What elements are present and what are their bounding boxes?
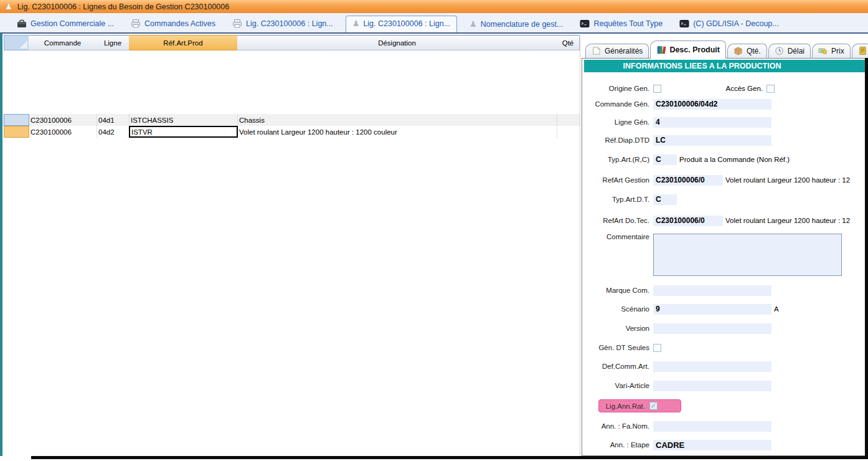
printer-icon [232,19,242,29]
tab-prix[interactable]: Prix [812,44,851,58]
tab-label: Délai [788,47,804,55]
money-icon [818,46,828,56]
tab-label: Gestion Commerciale ... [31,19,114,28]
certificate-icon [858,46,868,56]
origine-gen-checkbox[interactable] [653,85,661,93]
lig-ann-rat-highlight: Lig.Ann.Rat. [598,399,681,412]
tab-requetes-tout-type[interactable]: Requêtes Tout Type [575,16,667,32]
window-title: Lig. C230100006 : Lignes du Besoin de Ge… [17,2,230,11]
column-header-commande[interactable]: Commande [29,35,97,50]
tab-gdl-isia-decoup[interactable]: (C) GDL/ISIA - Decoup... [675,16,783,32]
def-comm-art-field[interactable] [653,361,771,372]
refart-dotec-field[interactable]: C230100006/0 [653,216,723,226]
window-border-bottom [31,456,868,459]
field-label: Marque Com. [582,287,649,294]
tab-delai[interactable]: Délai [768,44,811,58]
panel-divider [580,36,580,456]
tab-desc-produit[interactable]: Desc. Produit [650,40,726,59]
marque-com-field[interactable] [653,285,771,296]
column-header-ref-art-prod[interactable]: Réf.Art.Prod [129,35,238,50]
console-icon [679,19,689,29]
row-selector[interactable] [4,114,29,126]
tab-label: Desc. Produit [669,45,720,54]
field-label: Vari-Article [582,382,649,389]
field-label: Def.Comm.Art. [582,363,649,370]
field-label: RefArt Do.Tec. [582,217,649,224]
cell-commande[interactable]: C230100006 [29,114,97,126]
tab-partial[interactable] [852,44,868,58]
tab-label: Nomenclature de gest... [481,20,564,29]
cell-ref-art-focused[interactable]: ISTVR [129,126,238,138]
commande-gen-field[interactable]: C230100006/04d2 [653,99,771,110]
field-label: Origine Gen. [582,85,649,92]
column-header-designation[interactable]: Désignation [237,35,557,50]
refart-dotec-description: Volet roulant Largeur 1200 hauteur : 12 [725,217,850,224]
application-window: { "window": { "title": "Lig. C230100006 … [0,0,868,461]
ligne-gen-field[interactable]: 4 [653,117,771,128]
books-icon [656,45,666,55]
pawn-icon: ♟ [352,19,360,28]
tab-gestion-commerciale[interactable]: Gestion Commerciale ... [12,16,118,32]
tab-label: Lig. C230100006 : Lign... [363,19,450,28]
printer-icon [131,19,141,29]
gen-dt-seules-checkbox[interactable] [653,344,661,352]
version-field[interactable] [653,323,771,334]
field-label: Ligne Gén. [582,118,649,126]
pawn-icon: ♟ [469,19,477,29]
row-selector-header[interactable] [4,35,29,50]
field-label: RefArt Gestion [582,176,649,184]
tab-label: Requêtes Tout Type [593,19,663,28]
cell-ligne[interactable]: 04d2 [97,126,130,138]
cell-designation[interactable]: Volet roulant Largeur 1200 hauteur : 120… [237,126,557,138]
vari-article-field[interactable] [653,381,771,391]
detail-panel: Généralités Desc. Produit Qté. Délai Pri… [582,36,868,456]
field-label: Commentaire [582,233,649,240]
cell-designation[interactable]: Chassis [237,114,557,126]
scenario-field[interactable]: 9 [653,304,771,315]
tab-nomenclature[interactable]: ♟ Nomenclature de gest... [465,17,567,32]
detail-tab-bar: Généralités Desc. Produit Qté. Délai Pri… [585,39,868,58]
commentaire-textarea[interactable] [653,234,842,276]
field-label: Gén. DT Seules [582,344,649,351]
ann-etape-field[interactable]: CADRE [653,440,771,450]
refart-gestion-description: Volet roulant Largeur 1200 hauteur : 12 [725,176,850,184]
field-label: Typ.Art.D.T. [582,196,649,203]
field-label: Version [582,325,649,332]
column-header-ligne[interactable]: Ligne [97,35,130,50]
tab-lig-c230100006-2-active[interactable]: ♟ Lig. C230100006 : Lign... [346,16,457,32]
ref-diap-dtd-field[interactable]: LC [653,135,771,146]
ann-fa-nom-field[interactable] [653,421,771,432]
tab-label: Prix [831,47,844,55]
tab-label: (C) GDL/ISIA - Decoup... [693,19,779,28]
field-label: Ann. : Fa.Nom. [582,422,649,430]
field-label: Scénario [582,305,649,313]
tab-qte[interactable]: Qté. [727,44,767,58]
acces-gen-checkbox[interactable] [767,85,775,93]
field-label: Lig.Ann.Rat. [599,402,645,410]
refart-gestion-field[interactable]: C230100006/0 [653,175,723,186]
typ-art-rc-field[interactable]: C [653,154,677,165]
tab-label: Qté. [747,47,761,55]
desc-produit-panel: INFORMATIONS LIEES A LA PRODUCTION Origi… [582,58,868,456]
lig-ann-rat-checkbox[interactable] [649,402,658,410]
cell-commande[interactable]: C230100006 [29,126,97,138]
field-label: Accès Gen. [713,85,763,92]
tab-label: Généralités [605,47,643,55]
tab-commandes-actives[interactable]: Commandes Actives [126,16,220,32]
field-label: Typ.Art.(R,C) [582,156,649,163]
console-icon [580,19,590,29]
cell-ligne[interactable]: 04d1 [97,114,130,126]
tab-generalites[interactable]: Généralités [585,44,649,58]
field-label: Ann. : Etape [582,441,649,449]
column-header-qte[interactable]: Qté [557,35,580,50]
section-header-band: INFORMATIONS LIEES A LA PRODUCTION [584,60,868,72]
section-header: INFORMATIONS LIEES A LA PRODUCTION [611,62,793,70]
cell-ref-art[interactable]: ISTCHASSIS [129,114,238,126]
typ-art-dt-field[interactable]: C [653,194,677,205]
briefcase-icon [17,19,27,29]
window-border-right [865,58,868,459]
tab-lig-c230100006-1[interactable]: Lig. C230100006 : Lign... [228,16,337,32]
box-icon [734,46,743,56]
row-selector-current[interactable] [4,126,29,138]
field-label: Réf.Diap.DTD [582,136,649,144]
